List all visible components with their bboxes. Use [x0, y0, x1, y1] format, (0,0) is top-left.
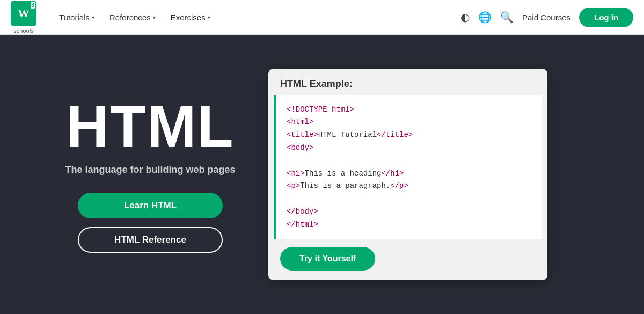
- code-line-1: <!DOCTYPE html>: [287, 104, 531, 116]
- code-line-2: <html>: [287, 116, 531, 129]
- html-reference-button[interactable]: HTML Reference: [78, 227, 223, 253]
- logo-3-sup: 3: [31, 2, 35, 9]
- try-it-yourself-button[interactable]: Try it Yourself: [280, 247, 375, 271]
- code-p-text: This is a paragraph.: [300, 181, 390, 190]
- search-icon[interactable]: 🔍: [500, 11, 514, 24]
- code-line-3: <title>HTML Tutorial</title>: [287, 129, 531, 142]
- globe-icon[interactable]: 🌐: [478, 11, 492, 24]
- code-line-empty-1: [287, 155, 531, 167]
- code-h1-text: This is a heading: [305, 169, 382, 178]
- nav-exercises[interactable]: Exercises ▾: [164, 9, 217, 26]
- code-example-header: HTML Example:: [268, 69, 547, 95]
- code-line-empty-2: [287, 193, 531, 206]
- code-line-5: <h1>This is a heading</h1>: [287, 167, 531, 180]
- logo-wrap: W 3 schools: [11, 1, 36, 34]
- code-tag-html-open: <html>: [287, 118, 313, 126]
- learn-html-button[interactable]: Learn HTML: [78, 193, 223, 218]
- code-tag-p-open: <p>: [287, 181, 300, 190]
- hero-title: HTML: [66, 97, 234, 156]
- hero-subtitle: The language for building web pages: [65, 164, 235, 176]
- code-tag-doctype: <!DOCTYPE html>: [287, 105, 354, 114]
- references-label: References: [109, 13, 151, 22]
- code-line-7: </body>: [287, 206, 531, 218]
- code-tag-h1-open: <h1>: [287, 169, 305, 178]
- code-tag-body-open: <body>: [287, 143, 313, 152]
- exercises-label: Exercises: [171, 13, 206, 22]
- nav-references[interactable]: References ▾: [103, 9, 162, 26]
- tutorials-chevron-icon: ▾: [92, 14, 94, 20]
- navbar: W 3 schools Tutorials ▾ References ▾ Exe…: [0, 0, 644, 35]
- logo-w-letter: W: [18, 6, 30, 20]
- code-title-text: HTML Tutorial: [318, 130, 377, 139]
- try-btn-wrap: Try it Yourself: [268, 239, 547, 280]
- code-tag-body-close: </body>: [287, 207, 318, 216]
- code-tag-p-close: </p>: [390, 181, 408, 190]
- references-chevron-icon: ▾: [153, 14, 156, 20]
- logo-area[interactable]: W 3 schools: [11, 1, 36, 34]
- left-panel: HTML The language for building web pages…: [64, 97, 236, 253]
- code-tag-title-open: <title>: [287, 130, 318, 139]
- login-button[interactable]: Log in: [579, 8, 633, 27]
- code-body: <!DOCTYPE html> <html> <title>HTML Tutor…: [274, 95, 542, 240]
- code-tag-title-close: </title>: [377, 130, 413, 139]
- nav-right: ◐ 🌐 🔍 Paid Courses Log in: [460, 8, 633, 27]
- tutorials-label: Tutorials: [59, 13, 90, 22]
- paid-courses-link[interactable]: Paid Courses: [522, 13, 570, 22]
- logo-schools-label: schools: [13, 27, 33, 34]
- code-panel: HTML Example: <!DOCTYPE html> <html> <ti…: [268, 69, 547, 281]
- code-tag-html-close: </html>: [287, 220, 318, 229]
- main-content: HTML The language for building web pages…: [0, 35, 644, 314]
- logo-box: W 3: [11, 1, 36, 26]
- exercises-chevron-icon: ▾: [208, 14, 210, 20]
- code-line-6: <p>This is a paragraph.</p>: [287, 180, 531, 193]
- nav-links: Tutorials ▾ References ▾ Exercises ▾: [53, 9, 460, 26]
- contrast-icon[interactable]: ◐: [460, 11, 470, 24]
- code-tag-h1-close: </h1>: [381, 169, 404, 178]
- code-line-8: </html>: [287, 218, 531, 231]
- code-line-4: <body>: [287, 142, 531, 155]
- nav-tutorials[interactable]: Tutorials ▾: [53, 9, 101, 26]
